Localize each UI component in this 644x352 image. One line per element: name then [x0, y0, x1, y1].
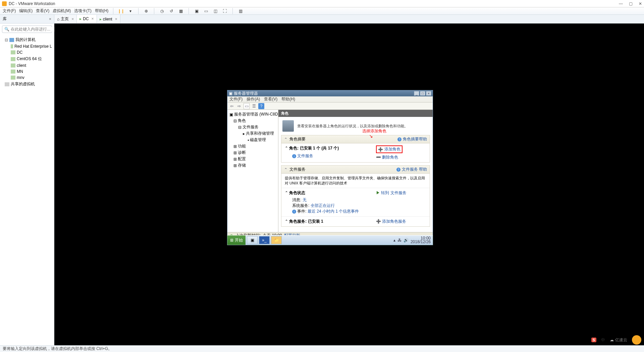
close-icon[interactable]: × — [92, 16, 94, 21]
add-role-link-highlighted[interactable]: ➕添加角色 — [376, 145, 402, 153]
minimize-button[interactable]: _ — [414, 91, 419, 96]
collapse-icon[interactable]: ⊟ — [5, 38, 8, 42]
sm-menu-action[interactable]: 操作(A) — [247, 96, 260, 102]
sm-tree-disk-mgmt[interactable]: ▪磁盘管理 — [228, 137, 277, 143]
sm-tree-root[interactable]: ▣服务器管理器 (WIN-C8DD599EJC — [228, 111, 277, 118]
tree-vm-mn[interactable]: MN — [1, 69, 53, 75]
tab-dc[interactable]: ▸ DC × — [77, 15, 97, 23]
evt-value[interactable]: 最近 24 小时内 1 个信息事件 — [308, 209, 359, 214]
close-button[interactable]: × — [426, 91, 431, 96]
server-manager-body: ▣服务器管理器 (WIN-C8DD599EJC ⊟角色 ⊟文件服务 ▸共享和存储… — [227, 110, 433, 232]
view-console-icon[interactable]: ▣ — [194, 8, 200, 14]
content-header: 角色 — [278, 110, 433, 117]
back-icon[interactable]: ⇦ — [229, 103, 235, 109]
manage-snapshot-icon[interactable]: ▦ — [178, 8, 184, 14]
expand-icon[interactable]: ⊞ — [233, 144, 237, 149]
unity-icon[interactable]: ◫ — [212, 8, 218, 14]
vm-label: MN — [17, 69, 23, 74]
server-manager-toolbar: ⇦ ⇨ ▭ ☰ ? — [227, 102, 433, 110]
sm-menu-view[interactable]: 查看(V) — [264, 96, 277, 102]
content-intro: 查看安装在服务器上角色的运行状况，以及添加或删除角色和功能。 — [278, 117, 433, 135]
expand-icon[interactable]: ⊟ — [233, 119, 237, 123]
send-keys-icon[interactable]: ⊕ — [143, 8, 149, 14]
server-manager-titlebar[interactable]: ▣ 服务器管理器 _ □ × — [227, 90, 433, 96]
msg-value[interactable]: 无 — [303, 197, 307, 202]
collapse-icon[interactable]: ⌃ — [284, 137, 287, 142]
label: 服务器管理器 (WIN-C8DD599EJC — [234, 112, 278, 117]
taskbar-server-manager[interactable]: ▣ — [247, 236, 258, 244]
dropdown-icon[interactable]: ▾ — [127, 8, 133, 14]
panel-head[interactable]: ⌃ 文件服务 ?文件服务 帮助 — [281, 166, 430, 174]
menu-help[interactable]: 帮助(H) — [95, 8, 109, 14]
maximize-button[interactable]: □ — [420, 91, 425, 96]
maximize-button[interactable]: ▢ — [629, 1, 633, 6]
expand-icon[interactable]: ⊞ — [233, 163, 237, 168]
fullscreen-icon[interactable]: ⛶ — [222, 8, 228, 14]
forward-icon[interactable]: ⇨ — [236, 103, 242, 109]
menu-vm[interactable]: 虚拟机(M) — [53, 8, 71, 14]
expand-icon[interactable]: ⊞ — [233, 157, 237, 162]
tree-shared-vms[interactable]: 共享的虚拟机 — [1, 81, 53, 88]
minimize-button[interactable]: — — [619, 1, 623, 6]
search-input[interactable] — [11, 27, 61, 32]
collapse-icon[interactable]: ⌃ — [284, 167, 287, 172]
tray-clock[interactable]: 10:00 2018/12/26 — [411, 236, 431, 244]
ime-label: 中 — [601, 337, 605, 343]
tab-client[interactable]: ▸ client × — [97, 15, 120, 23]
svc-value[interactable]: 全部正在运行 — [311, 203, 335, 208]
tree-my-computer[interactable]: ⊟ 我的计算机 — [1, 36, 53, 43]
collapse-icon[interactable]: ⌃ — [285, 146, 288, 150]
collapse-icon[interactable]: ⌃ — [285, 219, 288, 224]
tray-network-icon[interactable]: 🖧 — [397, 238, 401, 243]
sm-tree-share-storage[interactable]: ▸共享和存储管理 — [228, 130, 277, 137]
taskbar-explorer[interactable]: 📁 — [271, 236, 282, 244]
sm-tree-diagnostics[interactable]: ⊞诊断 — [228, 149, 277, 156]
collapse-icon[interactable]: ⌃ — [285, 190, 288, 195]
file-service-help-link[interactable]: ?文件服务 帮助 — [396, 167, 427, 172]
library-search[interactable]: 🔍 ▾ — [2, 26, 52, 33]
panel-head[interactable]: ⌃ 角色摘要 ?角色摘要帮助 — [281, 135, 430, 143]
close-button[interactable]: ✕ — [639, 1, 642, 6]
goto-file-service-link[interactable]: 转到 文件服务 — [381, 190, 406, 195]
tree-vm-redhat[interactable]: Red Hat Enterprise L — [1, 43, 53, 49]
sm-tree-features[interactable]: ⊞功能 — [228, 143, 277, 149]
menu-file[interactable]: 文件(F) — [3, 8, 16, 14]
properties-icon[interactable]: ☰ — [251, 103, 257, 109]
tree-vm-client[interactable]: client — [1, 62, 53, 69]
menu-tabs[interactable]: 选项卡(T) — [74, 8, 91, 14]
up-icon[interactable]: ▭ — [244, 103, 250, 109]
library-close-icon[interactable]: × — [49, 17, 51, 21]
menu-view[interactable]: 查看(V) — [36, 8, 49, 14]
vm-label: Red Hat Enterprise L — [14, 44, 52, 49]
expand-icon[interactable]: ⊞ — [233, 150, 237, 155]
start-button[interactable]: ⊞ 开始 — [227, 235, 246, 245]
sm-tree-roles[interactable]: ⊟角色 — [228, 118, 277, 124]
sm-menu-file[interactable]: 文件(F) — [229, 96, 243, 102]
close-icon[interactable]: × — [71, 17, 74, 21]
stretch-icon[interactable]: ▥ — [237, 8, 244, 14]
sm-menu-help[interactable]: 帮助(H) — [281, 96, 295, 102]
tree-vm-centos[interactable]: CentOS 64 位 — [1, 55, 53, 62]
tab-home[interactable]: ⌂ 主页 × — [54, 15, 77, 23]
sm-tree-storage[interactable]: ⊞存储 — [228, 162, 277, 169]
pause-icon[interactable]: ❙❙ — [118, 8, 124, 14]
taskbar-powershell[interactable]: »_ — [259, 236, 270, 244]
help-icon[interactable]: ? — [258, 103, 264, 109]
sm-tree-config[interactable]: ⊞配置 — [228, 156, 277, 162]
vm-display[interactable]: ▣ 服务器管理器 _ □ × 文件(F) 操作(A) 查看(V) 帮助(H) ⇦… — [54, 24, 644, 345]
tray-expand-icon[interactable]: ▴ — [393, 238, 395, 243]
revert-icon[interactable]: ↺ — [168, 8, 174, 14]
role-summary-help-link[interactable]: ?角色摘要帮助 — [397, 136, 427, 142]
snapshot-icon[interactable]: ◷ — [159, 8, 165, 14]
menu-edit[interactable]: 编辑(E) — [19, 8, 33, 14]
file-service-link[interactable]: 文件服务 — [297, 153, 313, 158]
tree-vm-dc[interactable]: DC — [1, 49, 53, 55]
tree-vm-mnv[interactable]: mnv — [1, 75, 53, 81]
remove-role-link[interactable]: 删除角色 — [382, 155, 398, 160]
close-icon[interactable]: × — [115, 17, 117, 21]
expand-icon[interactable]: ⊟ — [238, 125, 241, 130]
sm-tree-file-service[interactable]: ⊟文件服务 — [228, 124, 277, 130]
add-role-service-link[interactable]: 添加角色服务 — [382, 219, 406, 224]
tray-sound-icon[interactable]: 🔊 — [404, 238, 409, 243]
view-thumbnail-icon[interactable]: ▭ — [203, 8, 209, 14]
